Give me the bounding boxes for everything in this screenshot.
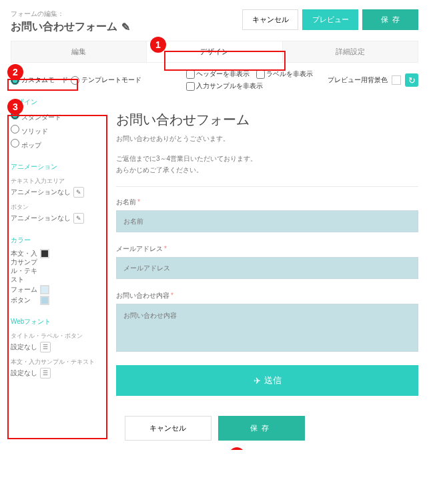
tab-design[interactable]: デザイン	[147, 41, 282, 62]
tab-detail[interactable]: 詳細設定	[283, 41, 418, 62]
email-input[interactable]	[116, 257, 418, 279]
name-input[interactable]	[116, 210, 418, 232]
design-pop-radio[interactable]: ポップ	[11, 139, 104, 150]
color-form-swatch[interactable]	[40, 285, 49, 294]
font-title-value: 設定なし	[11, 342, 37, 352]
footer: キャンセル 保存	[0, 407, 429, 450]
anim-button-value: アニメーションなし	[11, 214, 71, 223]
page-title: お問い合わせフォーム ✎	[11, 20, 130, 34]
color-body-swatch[interactable]	[40, 249, 49, 258]
cancel-button[interactable]: キャンセル	[242, 9, 298, 30]
callout-2: 2	[7, 64, 23, 80]
required-mark: *	[137, 198, 140, 206]
email-label: メールアドレス	[116, 245, 163, 252]
font-title-label: タイトル・ラベル・ボタン	[11, 332, 104, 340]
footer-cancel-button[interactable]: キャンセル	[125, 416, 211, 441]
font-section-title: Webフォント	[11, 317, 104, 326]
body-label: お問い合わせ内容	[116, 292, 169, 299]
hide-header-checkbox[interactable]: ヘッダーを非表示	[186, 69, 250, 79]
anim-input-label: テキスト入力エリア	[11, 177, 104, 186]
bg-color-swatch[interactable]	[392, 75, 401, 85]
anim-input-edit-icon[interactable]: ✎	[73, 187, 84, 198]
mode-template-radio[interactable]: テンプレートモード	[71, 75, 141, 85]
required-mark: *	[171, 292, 173, 299]
edit-title-icon[interactable]: ✎	[121, 21, 130, 33]
required-mark: *	[164, 245, 167, 252]
header: フォームの編集： お問い合わせフォーム ✎ キャンセル プレビュー 保存	[0, 0, 429, 41]
callout-1: 1	[150, 37, 166, 53]
anim-section-title: アニメーション	[11, 162, 104, 172]
callout-3: 3	[7, 99, 23, 115]
font-title-edit-icon[interactable]: ☰	[40, 342, 51, 352]
tabs: 編集 デザイン 詳細設定	[11, 41, 418, 63]
font-body-label: 本文・入力サンプル・テキスト	[11, 358, 104, 366]
save-button[interactable]: 保存	[362, 9, 418, 30]
preview-title: お問い合わせフォーム	[116, 111, 418, 129]
color-button-label: ボタン	[11, 296, 37, 305]
font-body-edit-icon[interactable]: ☰	[40, 368, 51, 379]
title-text: お問い合わせフォーム	[11, 20, 117, 34]
header-subtitle: フォームの編集：	[11, 9, 130, 19]
color-section-title: カラー	[11, 236, 104, 245]
hide-sample-checkbox[interactable]: 入力サンプルを非表示	[186, 81, 313, 91]
color-form-label: フォーム	[11, 285, 37, 294]
color-body-label: 本文・入力サンプル・テキスト	[11, 249, 37, 284]
font-body-value: 設定なし	[11, 368, 37, 378]
design-solid-radio[interactable]: ソリッド	[11, 125, 104, 136]
submit-button[interactable]: ✈ 送信	[116, 365, 418, 396]
anim-input-value: アニメーションなし	[11, 188, 71, 197]
anim-button-edit-icon[interactable]: ✎	[73, 213, 84, 224]
design-section-title: デザイン	[11, 97, 104, 107]
refresh-icon[interactable]: ↻	[405, 73, 418, 87]
send-icon: ✈	[254, 376, 261, 386]
design-standard-radio[interactable]: スタンダード	[11, 111, 104, 122]
color-button-swatch[interactable]	[40, 296, 49, 305]
preview-divider	[116, 186, 418, 187]
preview-button[interactable]: プレビュー	[302, 9, 358, 30]
body-textarea[interactable]	[116, 304, 418, 352]
preview-thanks: お問い合わせありがとうございます。	[116, 134, 418, 144]
tab-edit[interactable]: 編集	[11, 41, 147, 62]
hide-label-checkbox[interactable]: ラベルを非表示	[256, 69, 313, 79]
name-label: お名前	[116, 198, 136, 206]
bg-color-label: プレビュー用背景色	[328, 75, 388, 85]
anim-button-label: ボタン	[11, 203, 104, 212]
footer-save-button[interactable]: 保存	[218, 416, 305, 441]
design-sidebar: デザイン スタンダード ソリッド ポップ アニメーション テキスト入力エリア ア…	[11, 97, 104, 391]
preview-note2: あらかじめご了承ください。	[116, 164, 418, 176]
form-preview: お問い合わせフォーム お問い合わせありがとうございます。 ご返信までに3～4営業…	[116, 97, 418, 396]
options-row: カスタムモード テンプレートモード ヘッダーを非表示 ラベルを非表示 入力サンプ…	[0, 63, 429, 97]
preview-note1: ご返信までに3～4営業日いただいております。	[116, 153, 418, 164]
